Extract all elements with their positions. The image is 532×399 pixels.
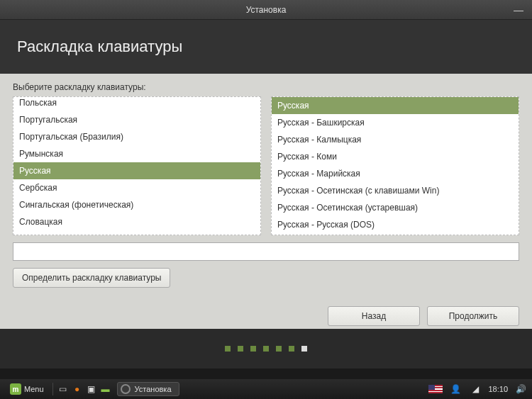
firefox-icon[interactable]: ● [71, 383, 84, 395]
taskbar-app-label: Установка [135, 385, 172, 393]
terminal-icon[interactable]: ▣ [85, 383, 98, 395]
page-title: Раскладка клавиатуры [17, 38, 182, 56]
continue-button[interactable]: Продолжить [427, 306, 519, 326]
variants-listbox[interactable]: РусскаяРусская - БашкирскаяРусская - Кал… [271, 96, 519, 235]
layout-item[interactable]: Словацкая [13, 213, 260, 230]
layout-item[interactable]: Румынская [13, 145, 260, 162]
variant-item[interactable]: Русская - Марийская [272, 165, 519, 182]
layout-item[interactable]: Португальская (Бразилия) [13, 128, 260, 145]
variant-item[interactable]: Русская - Коми [272, 148, 519, 165]
layout-item[interactable]: Сингальская (фонетическая) [13, 196, 260, 213]
nav-row: Назад Продолжить [13, 306, 519, 326]
keyboard-layout-flag-icon[interactable] [428, 385, 443, 393]
detect-layout-button[interactable]: Определить раскладку клавиатуры [13, 268, 170, 288]
progress-dot [276, 346, 282, 352]
progress-dot [301, 346, 307, 352]
back-button[interactable]: Назад [328, 306, 420, 326]
progress-dot [250, 346, 256, 352]
variant-item[interactable]: Русская [272, 97, 519, 114]
prompt-label: Выберите раскладку клавиатуры: [13, 82, 519, 92]
layout-item[interactable]: Русская [13, 162, 260, 179]
variant-item[interactable]: Русская - Башкирская [272, 114, 519, 131]
header-band: Раскладка клавиатуры [0, 20, 532, 74]
progress-dot [263, 346, 269, 352]
layout-item[interactable]: Польская [13, 96, 260, 111]
window-title: Установка [246, 5, 287, 15]
progress-dots [0, 329, 532, 369]
layout-item[interactable]: Сербская [13, 179, 260, 196]
user-icon[interactable]: 👤 [449, 383, 462, 395]
files-icon[interactable]: ▬ [99, 383, 112, 395]
keyboard-test-input[interactable] [13, 242, 519, 261]
variant-item[interactable]: Русская - Калмыцкая [272, 131, 519, 148]
network-icon[interactable]: ◢ [469, 383, 482, 395]
window-titlebar: Установка — [0, 0, 532, 20]
taskbar-separator [52, 383, 53, 395]
taskbar-tray: 👤 ◢ 18:10 🔊 [428, 383, 528, 395]
layout-item[interactable]: Словенская [13, 230, 260, 235]
taskbar-app-installer[interactable]: Установка [117, 382, 179, 396]
menu-button[interactable]: m Menu [4, 382, 50, 396]
variant-item[interactable]: Русская - Русская (DOS) [272, 216, 519, 233]
window-minimize-button[interactable]: — [514, 6, 523, 13]
variant-item[interactable]: Русская - Осетинская (устаревшая) [272, 199, 519, 216]
mint-logo-icon: m [10, 383, 21, 395]
clock[interactable]: 18:10 [488, 385, 508, 393]
content-area: Выберите раскладку клавиатуры: ПольскаяП… [0, 74, 532, 329]
taskbar: m Menu ▭ ● ▣ ▬ Установка 👤 ◢ 18:10 🔊 [0, 379, 532, 399]
progress-dot [238, 346, 243, 352]
show-desktop-icon[interactable]: ▭ [57, 383, 70, 395]
progress-dot [289, 346, 294, 352]
menu-label: Menu [24, 385, 44, 393]
progress-dot [225, 346, 231, 352]
layout-lists: ПольскаяПортугальскаяПортугальская (Браз… [13, 96, 519, 235]
variant-item[interactable]: Русская - Осетинская (с клавишами Win) [272, 182, 519, 199]
layout-item[interactable]: Португальская [13, 111, 260, 128]
volume-icon[interactable]: 🔊 [514, 383, 527, 395]
layouts-listbox[interactable]: ПольскаяПортугальскаяПортугальская (Браз… [13, 96, 261, 235]
installer-app-icon [121, 384, 131, 394]
